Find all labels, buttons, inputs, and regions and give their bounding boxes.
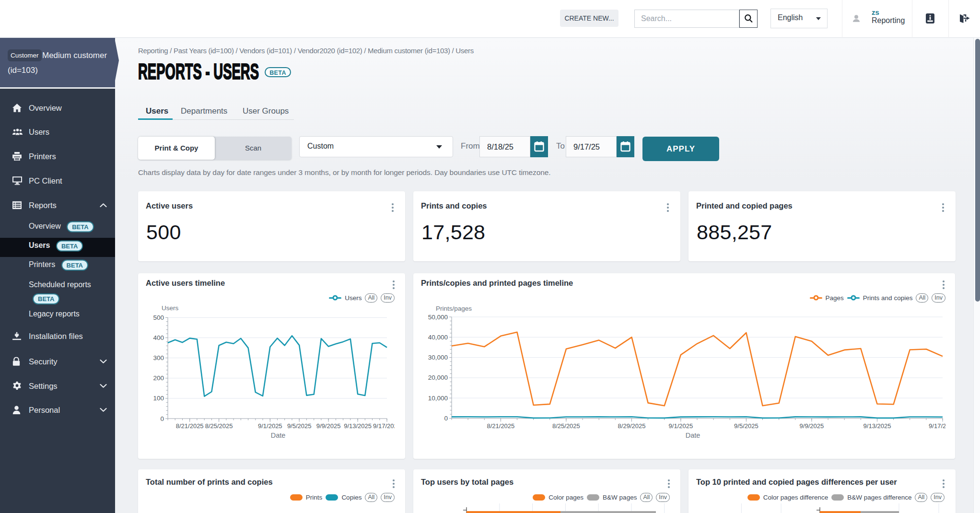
svg-text:400: 400 <box>153 334 164 341</box>
svg-text:8/25/2025: 8/25/2025 <box>552 422 580 430</box>
svg-text:30,000: 30,000 <box>428 354 448 361</box>
svg-text:9/5/2025: 9/5/2025 <box>287 422 312 430</box>
svg-text:9/13/2025: 9/13/2025 <box>344 422 372 430</box>
svg-text:9/5/2025: 9/5/2025 <box>734 422 758 430</box>
svg-text:200: 200 <box>153 374 164 382</box>
svg-text:20,000: 20,000 <box>428 374 448 381</box>
svg-text:REPORTS - USERS: REPORTS - USERS <box>138 59 259 82</box>
svg-text:10,000: 10,000 <box>428 395 448 402</box>
svg-text:0: 0 <box>444 415 448 422</box>
svg-text:9/9/2025: 9/9/2025 <box>800 422 824 430</box>
svg-text:9/1/2025: 9/1/2025 <box>669 422 693 430</box>
svg-text:Prints/pages: Prints/pages <box>436 305 472 312</box>
svg-text:500: 500 <box>153 314 164 321</box>
svg-text:8/29/2025: 8/29/2025 <box>618 422 646 430</box>
svg-text:8/25/2025: 8/25/2025 <box>205 422 233 430</box>
svg-text:Date: Date <box>271 431 286 439</box>
svg-text:Users: Users <box>162 304 179 312</box>
svg-text:9/1/2025: 9/1/2025 <box>258 422 282 430</box>
svg-text:9/13/2025: 9/13/2025 <box>863 422 891 430</box>
svg-text:300: 300 <box>153 354 164 361</box>
svg-text:9/9/2025: 9/9/2025 <box>316 422 341 430</box>
svg-text:Date: Date <box>686 431 700 439</box>
svg-text:40,000: 40,000 <box>428 334 448 341</box>
svg-text:9/17/2025: 9/17/2025 <box>929 422 945 430</box>
svg-text:0: 0 <box>160 415 164 422</box>
svg-text:9/17/2025: 9/17/2025 <box>373 422 395 430</box>
svg-text:8/21/2025: 8/21/2025 <box>487 422 514 430</box>
svg-text:100: 100 <box>153 395 164 402</box>
svg-text:8/21/2025: 8/21/2025 <box>176 422 204 430</box>
svg-text:50,000: 50,000 <box>428 314 448 321</box>
